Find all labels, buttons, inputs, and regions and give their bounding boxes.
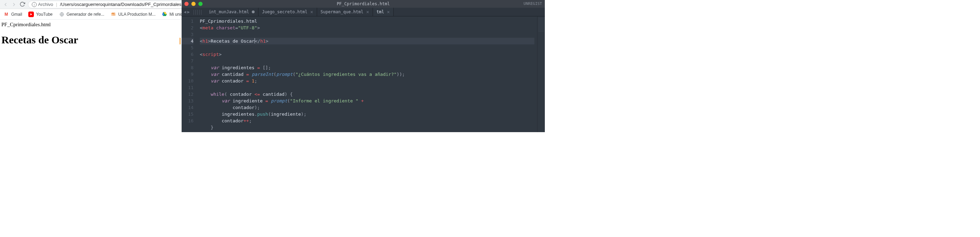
code-string: "UTF-8" xyxy=(238,25,258,30)
code-string: "Informe el ingrediente " xyxy=(290,98,358,104)
code-tag: script xyxy=(202,52,219,57)
line-number: 16 xyxy=(181,117,194,124)
gmail-icon: M xyxy=(3,11,9,17)
tab-back-icon[interactable]: ◀ xyxy=(184,10,186,14)
forward-button[interactable] xyxy=(11,2,17,8)
tab-superman[interactable]: Superman_que.html × xyxy=(317,8,373,16)
line-number: 2 xyxy=(181,24,194,31)
bookmark-generator[interactable]: Generador de refe... xyxy=(59,11,104,17)
tab-label: int_munJava.html xyxy=(209,10,249,14)
line-number: 10 xyxy=(181,78,194,84)
bookmark-ula[interactable]: ffi ULA Production M... xyxy=(111,11,156,17)
bookmark-label: Gmail xyxy=(11,12,22,17)
youtube-icon xyxy=(28,11,34,17)
globe-icon xyxy=(59,11,65,17)
code-operator: <= xyxy=(255,91,260,97)
line-number: 4 xyxy=(181,38,194,45)
browser-window: i Archivo | /Users/oscarguerreroquintana… xyxy=(0,0,181,132)
code-var: ingredientes xyxy=(222,65,255,70)
tab-current[interactable]: tml × xyxy=(373,8,394,16)
tab-close-icon[interactable]: × xyxy=(310,9,313,15)
drive-icon xyxy=(162,11,167,17)
tab-forward-icon[interactable]: ▶ xyxy=(187,10,189,14)
code-var: contador xyxy=(222,78,244,83)
window-controls xyxy=(185,2,202,6)
bookmark-label: ULA Production M... xyxy=(118,12,156,17)
editor-titlebar: PF_Cprimordiales.html UNREGIST xyxy=(181,0,545,8)
svg-marker-0 xyxy=(30,13,32,15)
code-function: prompt xyxy=(276,72,293,77)
browser-toolbar: i Archivo | /Users/oscarguerreroquintana… xyxy=(0,0,181,9)
tab-int-munjava[interactable]: int_munJava.html xyxy=(205,8,259,16)
editor-window: PF_Cprimordiales.html UNREGIST ◀ ▶ |||||… xyxy=(181,0,545,132)
code-keyword: var xyxy=(211,78,219,83)
code-number: 1 xyxy=(252,78,255,83)
code-function: parseInt xyxy=(252,72,274,77)
code-var: contador xyxy=(230,91,252,97)
editor-title: PF_Cprimordiales.html xyxy=(337,2,390,6)
line-number: 12 xyxy=(181,91,194,98)
tab-grip-icon: ||||| xyxy=(191,9,203,15)
editor-body: 1 2 3 4 5 6 7 8 9 10 11 12 13 14 15 16 P… xyxy=(181,16,545,132)
line-number: 13 xyxy=(181,98,194,104)
page-title-text: PF_Cprimordiales.html xyxy=(2,22,180,27)
bookmark-label: Generador de refe... xyxy=(67,12,104,17)
code-var: ingrediente xyxy=(232,98,262,104)
editor-registration-status: UNREGIST xyxy=(523,2,542,6)
line-number: 14 xyxy=(181,104,194,111)
code-tag: h1 xyxy=(260,38,266,44)
code-text: PF_Cprimordiales.html xyxy=(200,19,257,24)
line-number: 6 xyxy=(181,51,194,58)
ula-icon: ffi xyxy=(111,11,116,17)
site-info-icon[interactable]: i Archivo xyxy=(32,2,53,7)
code-var: contador xyxy=(232,105,255,110)
back-button[interactable] xyxy=(3,2,8,8)
bookmark-youtube[interactable]: YouTube xyxy=(28,11,52,17)
close-window-button[interactable] xyxy=(185,2,189,6)
code-tag: meta xyxy=(202,25,213,30)
code-keyword: var xyxy=(211,72,219,77)
tab-juego-secreto[interactable]: Juego_secreto.html × xyxy=(258,8,317,16)
reload-button[interactable] xyxy=(19,2,25,8)
minimap-preview xyxy=(538,18,544,32)
tab-modified-icon xyxy=(252,11,255,13)
tab-label: Superman_que.html xyxy=(321,10,364,14)
code-tag: h1 xyxy=(202,38,208,44)
code-var: contador xyxy=(222,118,244,123)
code-keyword: while xyxy=(211,91,224,97)
code-area[interactable]: PF_Cprimordiales.html <meta charset="UTF… xyxy=(197,16,537,132)
page-heading: Recetas de Oscar xyxy=(2,34,180,46)
line-number-gutter: 1 2 3 4 5 6 7 8 9 10 11 12 13 14 15 16 xyxy=(181,16,197,132)
code-text: Recetas de Oscar xyxy=(211,38,254,44)
bookmarks-bar: M Gmail YouTube Generador de refe... ffi… xyxy=(0,9,181,19)
line-number: 8 xyxy=(181,64,194,71)
browser-viewport: PF_Cprimordiales.html Recetas de Oscar xyxy=(0,19,181,48)
code-var: cantidad xyxy=(262,91,285,97)
bookmark-label: YouTube xyxy=(36,12,52,17)
editor-tabs: ◀ ▶ ||||| int_munJava.html Juego_secreto… xyxy=(181,8,545,16)
addr-path: /Users/oscarguerreroquintana/Downloads/P… xyxy=(60,2,191,7)
code-function: prompt xyxy=(271,98,288,104)
tab-close-icon[interactable]: × xyxy=(387,9,390,15)
line-number: 11 xyxy=(181,84,194,91)
code-var: ingredientes xyxy=(222,112,255,117)
code-var: cantidad xyxy=(222,72,244,77)
maximize-window-button[interactable] xyxy=(198,2,202,6)
address-bar[interactable]: i Archivo | /Users/oscarguerreroquintana… xyxy=(28,1,195,8)
line-number: 3 xyxy=(181,31,194,38)
code-method: push xyxy=(257,112,268,117)
code-var: ingrediente xyxy=(271,112,301,117)
tab-close-icon[interactable]: × xyxy=(366,9,369,15)
line-number: 5 xyxy=(181,45,194,51)
tab-history-nav: ◀ ▶ ||||| xyxy=(181,9,205,15)
bookmark-gmail[interactable]: M Gmail xyxy=(3,11,22,17)
tab-label: tml xyxy=(377,10,384,14)
line-number: 15 xyxy=(181,111,194,117)
minimize-window-button[interactable] xyxy=(191,2,196,6)
line-number: 9 xyxy=(181,71,194,78)
addr-scheme-label: Archivo xyxy=(38,2,53,7)
code-attr: charset xyxy=(216,25,235,30)
minimap[interactable] xyxy=(537,16,545,132)
line-number: 1 xyxy=(181,18,194,24)
line-number: 7 xyxy=(181,58,194,64)
